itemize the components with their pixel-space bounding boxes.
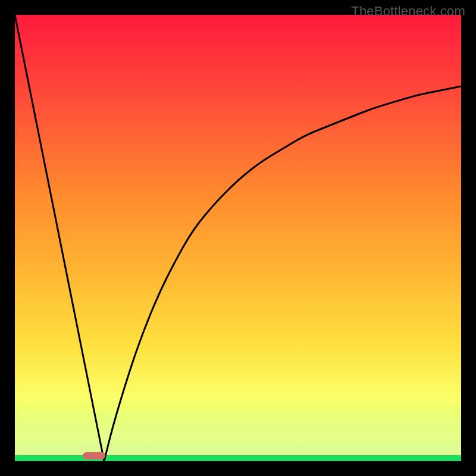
- bottleneck-curve: [15, 15, 461, 461]
- site-watermark: TheBottleneck.com: [351, 4, 465, 19]
- optimum-marker: [83, 452, 105, 459]
- chart-frame: TheBottleneck.com: [0, 0, 476, 476]
- plot-area: [15, 15, 461, 461]
